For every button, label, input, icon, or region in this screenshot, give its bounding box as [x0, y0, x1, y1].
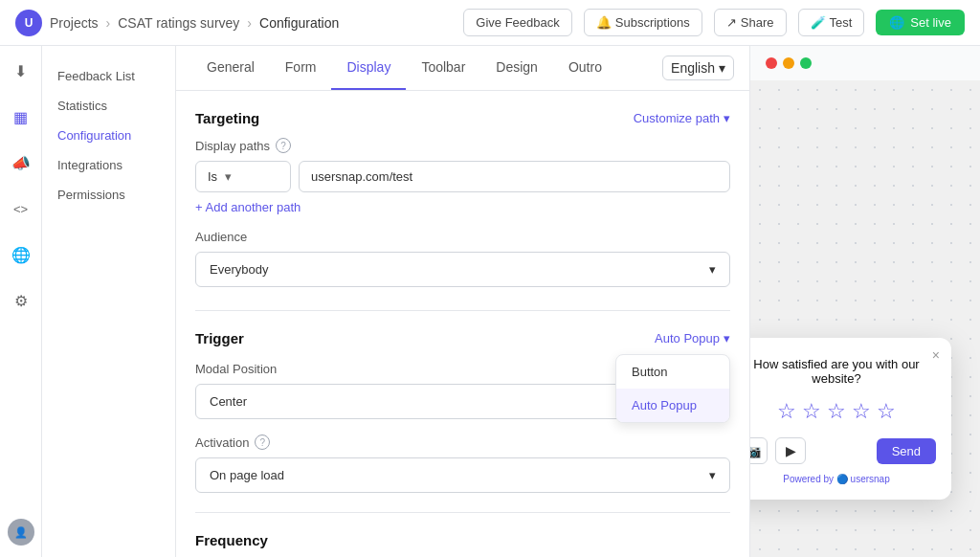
chevron-down-icon-cond: ▾: [225, 169, 232, 184]
tab-design[interactable]: Design: [480, 46, 553, 90]
widget-popup: × How satisfied are you with our website…: [750, 338, 951, 500]
chevron-down-icon-small: ▾: [724, 111, 730, 125]
path-input[interactable]: [299, 161, 730, 192]
breadcrumb-sep-1: ›: [106, 15, 111, 31]
chevron-down-icon-activation: ▾: [709, 468, 716, 482]
stars-row: ☆ ☆ ☆ ☆ ☆: [750, 399, 936, 424]
share-icon: ↗: [726, 15, 737, 30]
send-button[interactable]: Send: [877, 438, 936, 464]
tab-display[interactable]: Display: [331, 46, 406, 90]
preview-panel: × How satisfied are you with our website…: [750, 46, 980, 557]
sidebar-item-configuration[interactable]: Configuration: [42, 121, 175, 150]
nav-panel: Feedback List Statistics Configuration I…: [42, 46, 176, 557]
top-header: U Projects › CSAT ratings survey › Confi…: [0, 0, 980, 46]
dropdown-item-button[interactable]: Button: [616, 355, 729, 389]
chevron-down-icon: ▾: [719, 60, 725, 76]
targeting-section: Targeting Customize path ▾ Display paths…: [195, 110, 730, 287]
sidebar-item-feedback-list[interactable]: Feedback List: [42, 61, 175, 91]
divider-2: [195, 512, 730, 513]
globe-btn-icon: 🌐: [889, 15, 904, 30]
popup-close-button[interactable]: ×: [932, 347, 940, 363]
content-area: General Form Display Toolbar Design Outr…: [176, 46, 980, 557]
frequency-title: Frequency: [195, 532, 730, 548]
tab-bar: General Form Display Toolbar Design Outr…: [176, 46, 749, 91]
tabs-left: General Form Display Toolbar Design Outr…: [191, 46, 617, 90]
set-live-button[interactable]: 🌐 Set live: [876, 10, 965, 35]
download-icon[interactable]: ⬇: [8, 57, 34, 84]
tab-outro[interactable]: Outro: [553, 46, 617, 90]
give-feedback-button[interactable]: Give Feedback: [463, 9, 571, 36]
widget-icon[interactable]: ▦: [8, 103, 34, 130]
config-content: Targeting Customize path ▾ Display paths…: [176, 91, 749, 557]
test-button[interactable]: 🧪 Test: [798, 9, 865, 36]
share-button[interactable]: ↗ Share: [714, 9, 787, 36]
popup-actions: 📷 ▶ Send: [750, 437, 936, 464]
star-4[interactable]: ☆: [852, 399, 871, 424]
trigger-header: Trigger Auto Popup ▾ Button Auto Popup: [195, 330, 730, 346]
divider-1: [195, 310, 730, 311]
activation-select[interactable]: On page load ▾: [195, 457, 730, 493]
sidebar-item-integrations[interactable]: Integrations: [42, 150, 175, 180]
audience-label: Audience: [195, 230, 730, 244]
sidebar-item-statistics[interactable]: Statistics: [42, 91, 175, 121]
trigger-dropdown-menu: Button Auto Popup: [615, 354, 730, 423]
user-avatar[interactable]: 👤: [8, 519, 34, 546]
tab-form[interactable]: Form: [270, 46, 332, 90]
activation-field: Activation ? On page load ▾: [195, 434, 730, 493]
campaigns-icon[interactable]: 📣: [8, 149, 34, 176]
breadcrumb: U Projects › CSAT ratings survey › Confi…: [15, 10, 339, 36]
chevron-down-icon-trigger: ▾: [724, 331, 730, 345]
display-paths-label: Display paths ?: [195, 138, 730, 153]
dot-yellow: [783, 57, 794, 69]
dropdown-item-auto-popup[interactable]: Auto Popup: [616, 389, 729, 422]
config-panel: General Form Display Toolbar Design Outr…: [176, 46, 750, 557]
tab-toolbar[interactable]: Toolbar: [406, 46, 480, 90]
powered-by: Powered by 🔵 usersnap: [750, 474, 936, 484]
brand-name: usersnap: [851, 474, 890, 484]
action-icons: 📷 ▶: [750, 437, 806, 464]
trigger-title: Trigger: [195, 330, 244, 346]
star-3[interactable]: ☆: [827, 399, 846, 424]
add-path-link[interactable]: + Add another path: [195, 200, 730, 214]
subscriptions-button[interactable]: 🔔 Subscriptions: [584, 9, 702, 36]
customize-path-link[interactable]: Customize path ▾: [634, 111, 730, 125]
activation-label: Activation ?: [195, 434, 730, 450]
trigger-section: Trigger Auto Popup ▾ Button Auto Popup: [195, 330, 730, 493]
star-5[interactable]: ☆: [877, 399, 896, 424]
language-selector[interactable]: English ▾: [662, 56, 734, 80]
dot-red: [766, 57, 777, 69]
tab-general[interactable]: General: [191, 46, 270, 90]
auto-popup-trigger[interactable]: Auto Popup ▾: [655, 331, 730, 345]
language-label: English: [671, 60, 715, 76]
header-actions: Give Feedback 🔔 Subscriptions ↗ Share 🧪 …: [463, 9, 965, 36]
preview-background: × How satisfied are you with our website…: [750, 80, 980, 557]
main-layout: ⬇ ▦ 📣 <> 🌐 ⚙ 👤 Feedback List Statistics …: [0, 46, 980, 557]
audience-select[interactable]: Everybody ▾: [195, 252, 730, 287]
targeting-title: Targeting: [195, 110, 259, 126]
help-icon-activation[interactable]: ?: [255, 434, 270, 450]
window-dots: [750, 46, 980, 80]
condition-select[interactable]: Is ▾: [195, 161, 291, 192]
bell-icon: 🔔: [596, 15, 612, 30]
globe-icon[interactable]: 🌐: [8, 241, 34, 268]
video-icon[interactable]: ▶: [775, 437, 806, 464]
targeting-header: Targeting Customize path ▾: [195, 110, 730, 126]
star-1[interactable]: ☆: [777, 399, 796, 424]
trigger-dropdown-wrapper: Auto Popup ▾ Button Auto Popup: [655, 331, 730, 345]
test-icon: 🧪: [811, 15, 826, 30]
popup-question-text: How satisfied are you with our website?: [750, 357, 936, 386]
sidebar-item-permissions[interactable]: Permissions: [42, 180, 175, 210]
chevron-down-icon-audience: ▾: [709, 262, 716, 277]
breadcrumb-survey[interactable]: CSAT ratings survey: [118, 15, 239, 31]
logo: U: [15, 10, 42, 36]
breadcrumb-sep-2: ›: [247, 15, 252, 31]
help-icon-paths[interactable]: ?: [276, 138, 291, 153]
path-row: Is ▾: [195, 161, 730, 192]
star-2[interactable]: ☆: [802, 399, 821, 424]
dot-green: [800, 57, 812, 69]
breadcrumb-projects[interactable]: Projects: [50, 15, 99, 31]
breadcrumb-current: Configuration: [259, 15, 339, 31]
settings-icon[interactable]: ⚙: [8, 287, 34, 314]
camera-icon[interactable]: 📷: [750, 437, 768, 464]
code-icon[interactable]: <>: [8, 195, 34, 222]
